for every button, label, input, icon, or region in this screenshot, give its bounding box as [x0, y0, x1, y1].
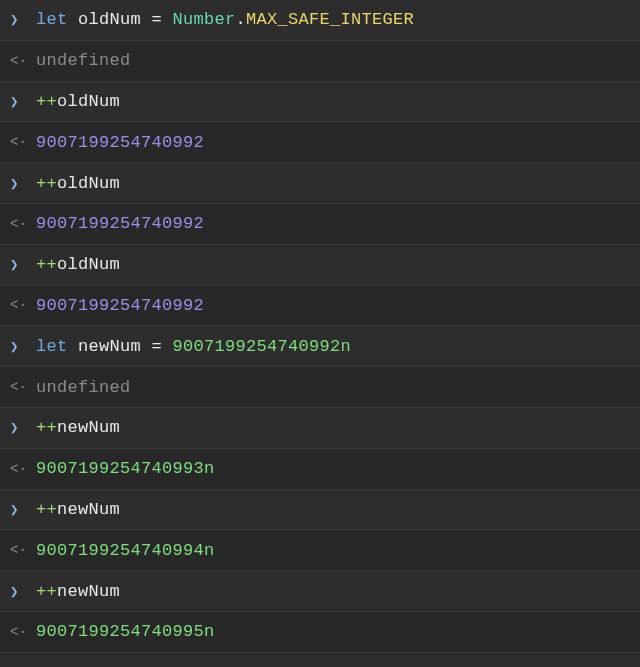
console-input-text: ++oldNum [36, 92, 640, 111]
console-output-text: 9007199254740992 [36, 214, 640, 233]
console-input-text: ++newNum [36, 500, 640, 519]
input-caret-icon: ❯ [10, 256, 36, 273]
token: newNum [78, 337, 152, 356]
console-input-row: ❯++newNum [0, 408, 640, 449]
output-caret-icon: <· [10, 297, 36, 313]
devtools-console: ❯let oldNum = Number.MAX_SAFE_INTEGER<·u… [0, 0, 640, 667]
input-caret-icon: ❯ [10, 419, 36, 436]
console-output-row: <·9007199254740993n [0, 449, 640, 490]
input-caret-icon: ❯ [10, 175, 36, 192]
console-input-row: ❯++newNum [0, 490, 640, 531]
token: ++ [36, 255, 57, 274]
token: ++ [36, 500, 57, 519]
console-output-text: 9007199254740992 [36, 296, 640, 315]
token: 9007199254740994n [36, 541, 215, 560]
console-input-text: ++newNum [36, 418, 640, 437]
token: ++ [36, 582, 57, 601]
token: oldNum [57, 255, 120, 274]
console-input-text: ++newNum [36, 582, 640, 601]
console-output-row: <·undefined [0, 41, 640, 82]
token: 9007199254740995n [36, 622, 215, 641]
console-output-row: <·9007199254740992 [0, 122, 640, 163]
token: ++ [36, 418, 57, 437]
token: ++ [36, 92, 57, 111]
token: oldNum [78, 10, 152, 29]
token: 9007199254740992n [173, 337, 352, 356]
console-output-text: undefined [36, 378, 640, 397]
output-caret-icon: <· [10, 379, 36, 395]
console-prompt-row[interactable]: ❯ [0, 653, 640, 667]
token: = [152, 337, 173, 356]
console-input-row: ❯let newNum = 9007199254740992n [0, 326, 640, 367]
token: ++ [36, 174, 57, 193]
console-output-row: <·9007199254740992 [0, 204, 640, 245]
input-caret-icon: ❯ [10, 11, 36, 28]
token: 9007199254740992 [36, 133, 204, 152]
token: undefined [36, 378, 131, 397]
console-output-row: <·9007199254740995n [0, 612, 640, 653]
output-caret-icon: <· [10, 542, 36, 558]
token: newNum [57, 500, 120, 519]
token: let [36, 337, 78, 356]
token: MAX_SAFE_INTEGER [246, 10, 414, 29]
input-caret-icon: ❯ [10, 501, 36, 518]
console-output-row: <·undefined [0, 367, 640, 408]
token: . [236, 10, 247, 29]
input-caret-icon: ❯ [10, 583, 36, 600]
console-input-row: ❯++oldNum [0, 245, 640, 286]
output-caret-icon: <· [10, 461, 36, 477]
token: Number [173, 10, 236, 29]
console-output-text: 9007199254740992 [36, 133, 640, 152]
token: oldNum [57, 92, 120, 111]
token: 9007199254740992 [36, 214, 204, 233]
console-input-row: ❯++newNum [0, 571, 640, 612]
console-output-text: 9007199254740995n [36, 622, 640, 641]
console-output-row: <·9007199254740992 [0, 286, 640, 327]
output-caret-icon: <· [10, 216, 36, 232]
output-caret-icon: <· [10, 624, 36, 640]
token: = [152, 10, 173, 29]
token: undefined [36, 51, 131, 70]
token: 9007199254740993n [36, 459, 215, 478]
console-input-text: ++oldNum [36, 255, 640, 274]
token: newNum [57, 418, 120, 437]
console-input-text: let newNum = 9007199254740992n [36, 337, 640, 356]
output-caret-icon: <· [10, 134, 36, 150]
console-input-row: ❯let oldNum = Number.MAX_SAFE_INTEGER [0, 0, 640, 41]
console-output-text: 9007199254740993n [36, 459, 640, 478]
output-caret-icon: <· [10, 53, 36, 69]
token: oldNum [57, 174, 120, 193]
console-input-row: ❯++oldNum [0, 163, 640, 204]
console-input-text: ++oldNum [36, 174, 640, 193]
input-caret-icon: ❯ [10, 338, 36, 355]
prompt-caret-icon: ❯ [10, 662, 36, 667]
input-caret-icon: ❯ [10, 93, 36, 110]
token: 9007199254740992 [36, 296, 204, 315]
console-output-text: undefined [36, 51, 640, 70]
console-output-row: <·9007199254740994n [0, 530, 640, 571]
token: let [36, 10, 78, 29]
console-input-text: let oldNum = Number.MAX_SAFE_INTEGER [36, 10, 640, 29]
console-input-row: ❯++oldNum [0, 82, 640, 123]
token: newNum [57, 582, 120, 601]
console-output-text: 9007199254740994n [36, 541, 640, 560]
